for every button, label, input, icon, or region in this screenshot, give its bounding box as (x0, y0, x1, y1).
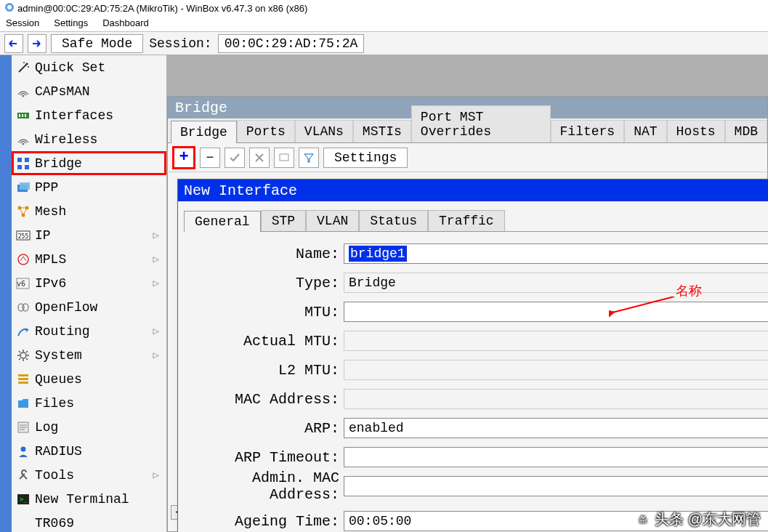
enable-button[interactable] (225, 148, 245, 168)
sidebar-item-log[interactable]: Log (12, 415, 166, 439)
add-button[interactable]: + (172, 146, 195, 169)
menu-settings[interactable]: Settings (51, 17, 91, 31)
svg-text:>_: >_ (20, 496, 28, 503)
sidebar-item-label: Wireless (35, 132, 97, 147)
tab-bridge[interactable]: Bridge (171, 121, 237, 143)
tab-ports[interactable]: Ports (237, 120, 295, 142)
sidebar-item-wireless[interactable]: Wireless (12, 127, 166, 151)
sidebar-item-tools[interactable]: Tools▷ (12, 463, 166, 487)
ipv6-icon: v6 (16, 276, 31, 291)
sidebar-item-ppp[interactable]: PPP (12, 175, 166, 199)
sidebar-item-routing[interactable]: Routing▷ (12, 319, 166, 343)
ppp-icon (16, 180, 31, 195)
sidebar-item-tr069[interactable]: TR069 (12, 511, 166, 532)
sidebar-item-label: Routing (35, 324, 90, 339)
svg-rect-35 (18, 382, 28, 384)
tab-hosts[interactable]: Hosts (667, 120, 725, 142)
settings-button[interactable]: Settings (323, 148, 408, 168)
mac-label: MAC Address: (187, 391, 344, 408)
tab-nat[interactable]: NAT (624, 120, 666, 142)
sidebar-item-label: Quick Set (35, 60, 105, 75)
wifi-icon (16, 132, 31, 147)
submenu-arrow-icon: ▷ (153, 325, 159, 337)
top-toolbar: Safe Mode Session: 00:0C:29:AD:75:2A (0, 32, 768, 55)
safe-mode-button[interactable]: Safe Mode (51, 34, 143, 53)
watermark: 条 头条 @东大网管 (636, 509, 761, 529)
sidebar: Quick SetCAPsMANInterfacesWirelessBridge… (12, 55, 167, 532)
sidebar-item-mpls[interactable]: MPLS▷ (12, 247, 166, 271)
svg-rect-14 (17, 165, 22, 169)
svg-rect-44 (280, 154, 288, 161)
svg-line-22 (20, 208, 23, 215)
sidebar-item-bridge[interactable]: Bridge (12, 151, 166, 175)
session-value: 00:0C:29:AD:75:2A (218, 34, 365, 53)
disable-button[interactable] (249, 148, 270, 168)
remove-button[interactable]: − (200, 148, 220, 168)
sidebar-item-system[interactable]: System▷ (12, 343, 166, 367)
tools-icon (16, 468, 31, 483)
tab-filters[interactable]: Filters (551, 120, 625, 142)
queues-icon (16, 372, 31, 387)
back-button[interactable] (4, 34, 23, 53)
forward-button[interactable] (28, 34, 47, 53)
log-icon (16, 420, 31, 435)
tab-vlans[interactable]: VLANs (295, 120, 353, 142)
sidebar-item-interfaces[interactable]: Interfaces (12, 103, 166, 127)
arp-timeout-input[interactable] (344, 447, 768, 467)
sidebar-item-openflow[interactable]: OpenFlow (12, 295, 166, 319)
l2-mtu-value (344, 360, 768, 380)
sidebar-item-capsman[interactable]: CAPsMAN (12, 79, 166, 103)
dialog-tab-vlan[interactable]: VLAN (306, 210, 359, 231)
svg-marker-31 (25, 328, 28, 332)
dialog-form: Name:bridge1 Type:Bridge MTU:▼ Actual MT… (184, 232, 768, 532)
mtu-input[interactable] (344, 302, 768, 322)
arp-timeout-label: ARP Timeout: (187, 449, 344, 466)
tab-mstis[interactable]: MSTIs (353, 120, 411, 142)
menubar: Session Settings Dashboard (0, 16, 768, 32)
sidebar-item-radius[interactable]: RADIUS (12, 439, 166, 463)
sidebar-item-label: Log (35, 420, 58, 435)
dialog-tabs: GeneralSTPVLANStatusTraffic (184, 207, 768, 232)
submenu-arrow-icon: ▷ (153, 253, 159, 265)
wand-icon (16, 60, 31, 75)
svg-rect-34 (18, 378, 28, 380)
arp-select[interactable]: enabled (344, 418, 768, 438)
sidebar-item-ip[interactable]: 255IP▷ (12, 223, 166, 247)
sidebar-item-label: System (35, 348, 82, 363)
sidebar-item-ipv6[interactable]: v6IPv6▷ (12, 271, 166, 295)
name-input[interactable]: bridge1 (344, 243, 768, 264)
dialog-tab-stp[interactable]: STP (261, 210, 306, 231)
accent-strip (0, 55, 12, 532)
bridge-toolbar: + − Settings (168, 143, 767, 172)
filter-button[interactable] (299, 148, 319, 168)
sidebar-item-label: PPP (35, 180, 58, 195)
menu-dashboard[interactable]: Dashboard (100, 17, 152, 31)
dialog-tab-status[interactable]: Status (359, 210, 428, 231)
link-icon (16, 300, 31, 315)
mesh-icon (16, 204, 31, 219)
svg-point-40 (21, 446, 26, 451)
tab-mdb[interactable]: MDB (725, 120, 767, 142)
tab-port-mst-overrides[interactable]: Port MST Overrides (411, 105, 551, 142)
submenu-arrow-icon: ▷ (153, 229, 159, 241)
dialog-tab-general[interactable]: General (184, 211, 261, 232)
sidebar-item-new-terminal[interactable]: >_New Terminal (12, 487, 166, 511)
svg-rect-9 (22, 114, 23, 117)
svg-text:v6: v6 (17, 280, 25, 288)
comment-button[interactable] (274, 148, 294, 168)
dialog-title-bar[interactable]: New Interface □ ✕ (178, 180, 768, 201)
sidebar-item-label: Mesh (35, 204, 66, 219)
svg-rect-33 (18, 374, 28, 376)
svg-rect-13 (25, 158, 29, 162)
sidebar-item-mesh[interactable]: Mesh (12, 199, 166, 223)
sidebar-item-queues[interactable]: Queues (12, 367, 166, 391)
work-area: Bridge BridgePortsVLANsMSTIsPort MST Ove… (167, 55, 768, 532)
mtu-label: MTU: (187, 304, 344, 321)
sidebar-item-label: New Terminal (35, 492, 129, 507)
menu-session[interactable]: Session (3, 17, 42, 31)
sidebar-item-files[interactable]: Files (12, 391, 166, 415)
dialog-tab-traffic[interactable]: Traffic (428, 210, 505, 231)
admin-mac-input[interactable] (344, 476, 768, 496)
sidebar-item-quick-set[interactable]: Quick Set (12, 55, 166, 79)
sidebar-item-label: TR069 (35, 516, 74, 531)
